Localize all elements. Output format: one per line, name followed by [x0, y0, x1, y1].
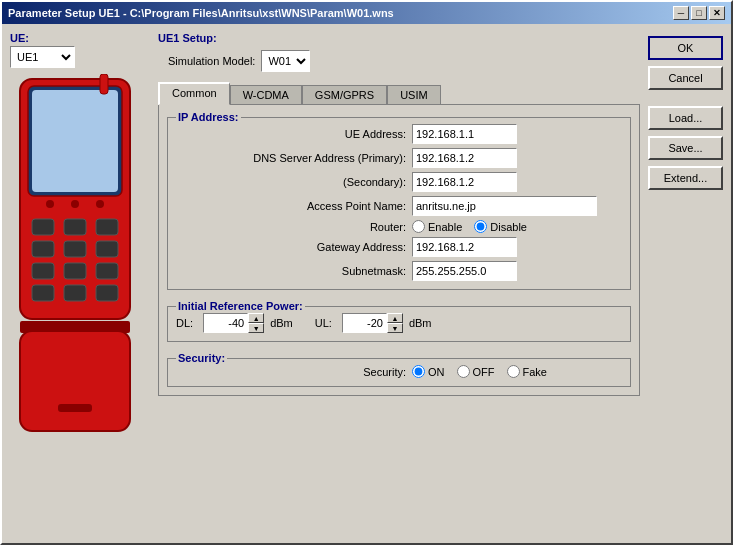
simulation-model-label: Simulation Model: — [168, 55, 255, 67]
tab-common[interactable]: Common — [158, 82, 230, 105]
dns-secondary-label: (Secondary): — [176, 176, 406, 188]
ue-address-label: UE Address: — [176, 128, 406, 140]
router-disable-radio[interactable] — [474, 220, 487, 233]
maximize-button[interactable]: □ — [691, 6, 707, 20]
security-fake-label[interactable]: Fake — [507, 365, 547, 378]
simulation-model-row: Simulation Model: W01 — [168, 50, 640, 72]
dl-value-input[interactable] — [203, 313, 248, 333]
main-panel: UE1 Setup: Simulation Model: W01 Common … — [158, 32, 640, 535]
svg-point-4 — [71, 200, 79, 208]
svg-rect-8 — [96, 219, 118, 235]
ue-address-input[interactable] — [412, 124, 517, 144]
svg-rect-2 — [32, 90, 118, 192]
dl-decrement-button[interactable]: ▼ — [248, 323, 264, 333]
svg-point-3 — [46, 200, 54, 208]
minimize-button[interactable]: ─ — [673, 6, 689, 20]
tab-content-common: IP Address: UE Address: DNS Server Addre… — [158, 104, 640, 396]
window-title: Parameter Setup UE1 - C:\Program Files\A… — [8, 7, 394, 19]
dns-primary-label: DNS Server Address (Primary): — [176, 152, 406, 164]
ip-address-group: IP Address: UE Address: DNS Server Addre… — [167, 117, 631, 290]
ul-unit: dBm — [409, 317, 432, 329]
subnetmask-row: Subnetmask: — [176, 261, 622, 281]
svg-rect-21 — [100, 74, 108, 94]
router-enable-radio[interactable] — [412, 220, 425, 233]
apn-input[interactable] — [412, 196, 597, 216]
dl-spinner-buttons: ▲ ▼ — [248, 313, 264, 333]
ul-label: UL: — [315, 317, 332, 329]
ul-spinner: ▲ ▼ — [342, 313, 403, 333]
ok-button[interactable]: OK — [648, 36, 723, 60]
ul-decrement-button[interactable]: ▼ — [387, 323, 403, 333]
security-label: Security: — [176, 366, 406, 378]
security-on-radio[interactable] — [412, 365, 425, 378]
tabs-container: Common W-CDMA GSM/GPRS USIM — [158, 82, 640, 104]
tab-usim[interactable]: USIM — [387, 85, 441, 104]
ul-increment-button[interactable]: ▲ — [387, 313, 403, 323]
initial-ref-power-label: Initial Reference Power: — [176, 300, 305, 312]
apn-label: Access Point Name: — [176, 200, 406, 212]
security-off-radio[interactable] — [457, 365, 470, 378]
svg-rect-11 — [96, 241, 118, 257]
svg-rect-9 — [32, 241, 54, 257]
svg-rect-15 — [32, 285, 54, 301]
ul-value-input[interactable] — [342, 313, 387, 333]
gateway-row: Gateway Address: — [176, 237, 622, 257]
dl-spinner: ▲ ▼ — [203, 313, 264, 333]
svg-rect-12 — [32, 263, 54, 279]
ue-label: UE: — [10, 32, 150, 44]
dns-secondary-input[interactable] — [412, 172, 517, 192]
svg-rect-19 — [20, 331, 130, 431]
dns-primary-input[interactable] — [412, 148, 517, 168]
router-radio-group: Enable Disable — [412, 220, 527, 233]
router-enable-label[interactable]: Enable — [412, 220, 462, 233]
gateway-input[interactable] — [412, 237, 517, 257]
security-group-label: Security: — [176, 352, 227, 364]
tab-gsm[interactable]: GSM/GPRS — [302, 85, 387, 104]
security-off-label[interactable]: OFF — [457, 365, 495, 378]
security-group: Security: Security: ON OFF — [167, 358, 631, 387]
ue-setup-label: UE1 Setup: — [158, 32, 640, 44]
gateway-label: Gateway Address: — [176, 241, 406, 253]
ul-spinner-buttons: ▲ ▼ — [387, 313, 403, 333]
close-button[interactable]: ✕ — [709, 6, 725, 20]
router-disable-label[interactable]: Disable — [474, 220, 527, 233]
ue-select[interactable]: UE1 — [10, 46, 75, 68]
ue-address-row: UE Address: — [176, 124, 622, 144]
security-on-label[interactable]: ON — [412, 365, 445, 378]
apn-row: Access Point Name: — [176, 196, 622, 216]
title-bar-buttons: ─ □ ✕ — [673, 6, 725, 20]
svg-rect-7 — [64, 219, 86, 235]
security-row: Security: ON OFF — [176, 365, 622, 378]
ue-setup-section: UE1 Setup: Simulation Model: W01 — [158, 32, 640, 72]
load-button[interactable]: Load... — [648, 106, 723, 130]
left-panel: UE: UE1 — [10, 32, 150, 535]
subnetmask-label: Subnetmask: — [176, 265, 406, 277]
router-label: Router: — [176, 221, 406, 233]
svg-rect-17 — [96, 285, 118, 301]
power-row: DL: ▲ ▼ dBm UL: — [176, 313, 622, 333]
cancel-button[interactable]: Cancel — [648, 66, 723, 90]
tab-wcdma[interactable]: W-CDMA — [230, 85, 302, 104]
dns-primary-row: DNS Server Address (Primary): — [176, 148, 622, 168]
svg-rect-6 — [32, 219, 54, 235]
ip-address-group-label: IP Address: — [176, 111, 241, 123]
subnetmask-input[interactable] — [412, 261, 517, 281]
security-fake-radio[interactable] — [507, 365, 520, 378]
window-content: UE: UE1 — [2, 24, 731, 543]
simulation-model-select[interactable]: W01 — [261, 50, 310, 72]
save-button[interactable]: Save... — [648, 136, 723, 160]
extend-button[interactable]: Extend... — [648, 166, 723, 190]
security-radio-group: ON OFF Fake — [412, 365, 547, 378]
dns-secondary-row: (Secondary): — [176, 172, 622, 192]
dl-unit: dBm — [270, 317, 293, 329]
title-bar: Parameter Setup UE1 - C:\Program Files\A… — [2, 2, 731, 24]
router-row: Router: Enable Disable — [176, 220, 622, 233]
dl-increment-button[interactable]: ▲ — [248, 313, 264, 323]
right-buttons-panel: OK Cancel Load... Save... Extend... — [648, 32, 723, 535]
main-window: Parameter Setup UE1 - C:\Program Files\A… — [0, 0, 733, 545]
svg-rect-14 — [96, 263, 118, 279]
svg-point-5 — [96, 200, 104, 208]
svg-rect-13 — [64, 263, 86, 279]
svg-rect-10 — [64, 241, 86, 257]
tab-strip: Common W-CDMA GSM/GPRS USIM IP Address: … — [158, 78, 640, 396]
